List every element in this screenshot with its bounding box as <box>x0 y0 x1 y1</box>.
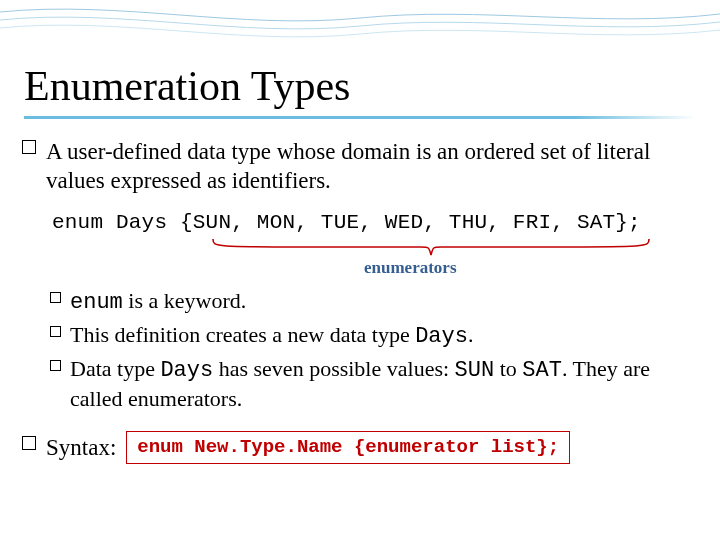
enumerators-label: enumerators <box>364 257 457 279</box>
square-bullet-icon <box>50 292 61 303</box>
text-creates-pre: This definition creates a new data type <box>70 322 415 347</box>
text-values-mid2: to <box>494 356 522 381</box>
syntax-box: enum New.Type.Name {enumerator list}; <box>126 431 570 463</box>
square-bullet-icon <box>22 436 36 450</box>
down-brace-icon <box>211 237 651 259</box>
text-values-mid: has seven possible values: <box>213 356 454 381</box>
syntax-bullet: Syntax: enum New.Type.Name {enumerator l… <box>46 431 690 463</box>
brace-annotation: enumerators <box>46 239 690 279</box>
definition-bullet: A user-defined data type whose domain is… <box>46 137 690 196</box>
sub-bullet-creates: This definition creates a new data type … <box>70 321 690 351</box>
code-enum: enum <box>70 290 123 315</box>
code-sun: SUN <box>455 358 495 383</box>
slide: Enumeration Types A user-defined data ty… <box>0 0 720 540</box>
slide-body: A user-defined data type whose domain is… <box>0 137 720 464</box>
text-values-pre: Data type <box>70 356 160 381</box>
square-bullet-icon <box>22 140 36 154</box>
sub-bullet-values: Data type Days has seven possible values… <box>70 355 690 413</box>
text-keyword: is a keyword. <box>123 288 246 313</box>
square-bullet-icon <box>50 326 61 337</box>
sub-bullet-keyword: enum is a keyword. <box>70 287 690 317</box>
code-days2: Days <box>160 358 213 383</box>
text-creates-post: . <box>468 322 474 347</box>
code-sat: SAT <box>522 358 562 383</box>
title-underline <box>24 116 696 119</box>
code-days: Days <box>415 324 468 349</box>
enum-code-line: enum Days {SUN, MON, TUE, WED, THU, FRI,… <box>52 210 690 237</box>
slide-title: Enumeration Types <box>0 0 720 116</box>
definition-text: A user-defined data type whose domain is… <box>46 139 650 193</box>
syntax-label: Syntax: <box>46 435 116 460</box>
square-bullet-icon <box>50 360 61 371</box>
